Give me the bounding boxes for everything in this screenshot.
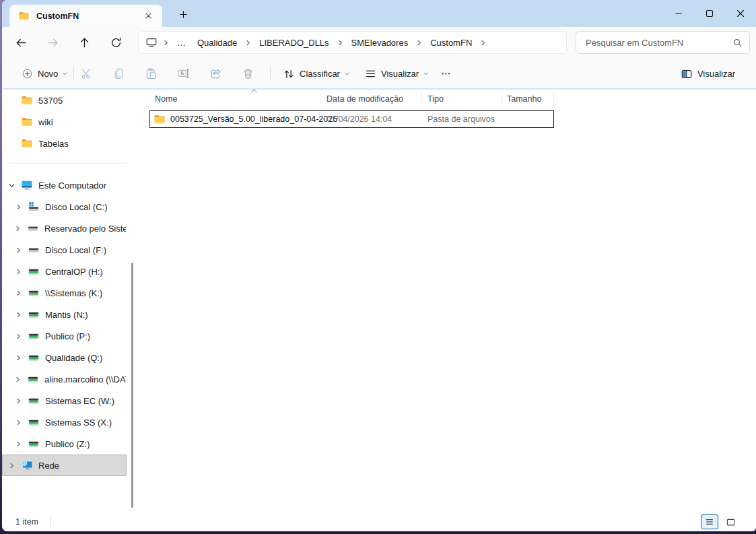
sidebar-item-53705[interactable]: 53705 — [2, 90, 127, 111]
delete-button[interactable] — [235, 63, 261, 84]
maximize-button[interactable] — [694, 0, 725, 27]
sidebar-item-disco-local-f[interactable]: Disco Local (F:) — [2, 239, 127, 261]
computer-icon — [21, 179, 33, 191]
forward-icon[interactable] — [42, 32, 63, 53]
chevron-right-icon[interactable] — [242, 39, 254, 46]
minimize-button[interactable] — [663, 0, 694, 27]
breadcrumb-item[interactable]: Qualidade — [192, 35, 242, 51]
column-header-size[interactable]: Tamanho — [502, 90, 554, 108]
column-header-date[interactable]: Data de modificação — [321, 90, 422, 108]
chevron-right-icon[interactable] — [160, 39, 172, 46]
sidebar-item-mantis-n[interactable]: Mantis (N:) — [2, 304, 127, 325]
new-tab-button[interactable] — [174, 6, 192, 22]
search-box[interactable] — [576, 31, 750, 54]
new-button-label: Novo — [38, 69, 58, 79]
up-icon[interactable] — [73, 32, 95, 53]
sidebar-item-label: Publico (Z:) — [45, 439, 90, 449]
column-header-type[interactable]: Tipo — [422, 90, 502, 108]
sidebar-scrollbar[interactable] — [131, 263, 133, 508]
large-icons-view-button[interactable] — [722, 514, 739, 529]
sidebar-item-qualidade-q[interactable]: Qualidade (Q:) — [2, 347, 127, 368]
paste-button[interactable] — [138, 63, 164, 84]
window-controls — [663, 0, 756, 27]
rename-button[interactable] — [170, 63, 196, 84]
breadcrumb-item[interactable]: LIBERADO_DLLs — [254, 35, 334, 51]
sidebar-item-centralop-h[interactable]: CentralOP (H:) — [2, 261, 127, 282]
sidebar-item-publico-p[interactable]: Publico (P:) — [2, 325, 127, 347]
sidebar-item-reservado-pelo-sistema[interactable]: Reservado pelo Sistema — [2, 218, 127, 239]
details-view-button[interactable] — [701, 514, 718, 529]
network-icon — [21, 459, 33, 471]
copy-button[interactable] — [106, 63, 131, 84]
drive-windows-icon — [28, 201, 40, 213]
search-input[interactable] — [584, 37, 732, 48]
breadcrumb-item[interactable]: CustomFN — [425, 35, 477, 51]
breadcrumb: QualidadeLIBERADO_DLLsSMElevadoresCustom… — [192, 35, 489, 51]
refresh-icon[interactable] — [105, 32, 127, 53]
status-divider — [50, 516, 51, 528]
chevron-right-icon[interactable] — [413, 39, 425, 46]
preview-button[interactable]: Visualizar — [675, 63, 741, 84]
drive-network-icon — [28, 395, 40, 407]
share-button[interactable] — [203, 63, 228, 84]
sidebar-item-wiki[interactable]: wiki — [2, 111, 127, 133]
chevron-right-icon[interactable] — [335, 39, 346, 46]
sidebar-item-tabelas[interactable]: Tabelas — [2, 133, 127, 154]
sidebar-item-disco-local-c[interactable]: Disco Local (C:) — [2, 196, 127, 218]
sidebar-item-label: Rede — [38, 461, 59, 471]
sidebar-item-label: 53705 — [38, 96, 63, 106]
file-list-pane: Nome Data de modificação Tipo Tamanho 00… — [135, 90, 756, 512]
file-row[interactable]: 0053725_Versão_5.00_liberado_07-04-20260… — [149, 110, 554, 128]
chevron-right-icon[interactable] — [14, 440, 22, 448]
drive-network-icon — [28, 416, 40, 428]
sidebar-item-rede[interactable]: Rede — [2, 455, 127, 476]
chevron-right-icon[interactable] — [14, 397, 22, 405]
chevron-right-icon[interactable] — [14, 290, 22, 297]
chevron-right-icon[interactable] — [14, 419, 22, 426]
copy-icon — [112, 67, 125, 80]
tab-title: CustomFN — [36, 11, 141, 21]
sidebar-item-publico-z[interactable]: Publico (Z:) — [2, 433, 127, 455]
chevron-right-icon[interactable] — [477, 39, 489, 46]
back-icon[interactable] — [10, 32, 32, 53]
view-button[interactable]: Visualizar — [359, 63, 435, 84]
share-icon — [209, 67, 222, 80]
chevron-down-icon[interactable] — [7, 182, 15, 189]
sidebar-item-label: Disco Local (F:) — [45, 245, 106, 255]
drive-icon — [28, 244, 40, 256]
navigation-bar: … QualidadeLIBERADO_DLLsSMElevadoresCust… — [2, 27, 756, 58]
more-button[interactable] — [433, 63, 458, 84]
chevron-right-icon[interactable] — [14, 246, 22, 254]
chevron-right-icon[interactable] — [14, 354, 22, 362]
chevron-right-icon[interactable] — [14, 268, 22, 275]
view-lines-icon — [365, 68, 376, 79]
tab-close-icon[interactable] — [141, 9, 156, 24]
folder-icon — [21, 94, 33, 106]
folder-icon — [153, 113, 166, 125]
chevron-right-icon[interactable] — [14, 376, 22, 383]
drive-network-icon — [28, 352, 40, 364]
chevron-right-icon[interactable] — [7, 462, 15, 469]
chevron-right-icon[interactable] — [14, 203, 22, 211]
chevron-right-icon[interactable] — [14, 225, 22, 232]
address-bar[interactable]: … QualidadeLIBERADO_DLLsSMElevadoresCust… — [138, 31, 567, 54]
sidebar-item-sistemas-ss-x[interactable]: Sistemas SS (X:) — [2, 411, 127, 433]
sidebar-item-aline-marcolino-data[interactable]: aline.marcolino (\\DATA — [2, 368, 127, 390]
sidebar-item-sistemas-k[interactable]: \\Sistemas (K:) — [2, 282, 127, 304]
new-button[interactable]: Novo — [15, 63, 74, 84]
search-icon[interactable] — [732, 38, 743, 48]
chevron-right-icon[interactable] — [14, 333, 22, 340]
explorer-tab[interactable]: CustomFN — [9, 5, 162, 27]
sidebar-item-este-computador[interactable]: Este Computador — [2, 174, 127, 196]
sort-button[interactable]: Classificar — [277, 63, 356, 84]
column-header-name[interactable]: Nome — [149, 90, 321, 108]
command-toolbar: Novo — [2, 58, 756, 90]
this-pc-icon[interactable] — [145, 36, 158, 48]
folder-icon — [21, 116, 33, 128]
cut-button[interactable] — [73, 63, 99, 84]
breadcrumb-overflow[interactable]: … — [172, 38, 192, 48]
chevron-right-icon[interactable] — [14, 311, 22, 319]
breadcrumb-item[interactable]: SMElevadores — [346, 35, 414, 51]
close-button[interactable] — [725, 0, 756, 27]
sidebar-item-sistemas-ec-w[interactable]: Sistemas EC (W:) — [2, 390, 127, 411]
